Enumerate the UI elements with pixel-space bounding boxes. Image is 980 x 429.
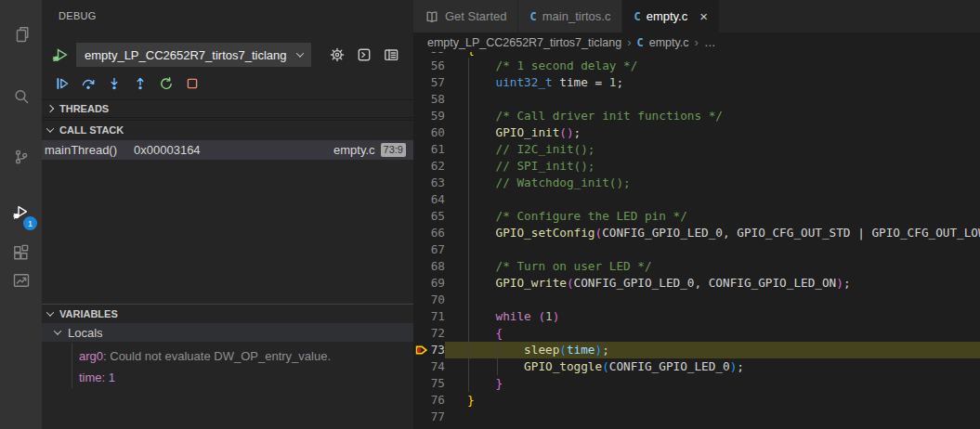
line-number[interactable]: 58 [413,91,445,108]
code-line-60[interactable]: 60 GPIO_init(); [413,124,980,141]
token [467,343,524,357]
activity-item-explorer[interactable] [0,15,42,54]
locals-label: Locals [68,326,103,340]
chevron-down-icon [296,49,304,57]
token: uint32_t [496,75,553,89]
activity-item-search[interactable] [0,77,42,116]
code-line-67[interactable]: 67 [413,241,980,258]
call-stack-section-header[interactable]: CALL STACK [42,120,413,138]
code-line-76[interactable]: 76} [413,392,980,409]
token: ) [836,276,843,290]
line-number[interactable]: 65 [413,208,445,225]
code-line-57[interactable]: 57 uint32_t time = 1; [413,74,980,91]
code-line-75[interactable]: 75 } [413,375,980,392]
code-line-74[interactable]: 74 GPIO_toggle(CONFIG_GPIO_LED_0); [413,358,980,375]
stop-button[interactable] [184,75,201,92]
code-line-62[interactable]: 62 // SPI_init(); [413,158,980,175]
line-number[interactable]: 76 [413,392,445,409]
locals-scope-row[interactable]: Locals [42,323,413,342]
line-number[interactable]: 63 [413,175,445,191]
code-line-59[interactable]: 59 /* Call driver init functions */ [413,108,980,124]
token: { [467,52,475,56]
line-number[interactable]: 59 [413,108,445,124]
code-line-77[interactable]: 77 [413,409,980,425]
breadcrumb-project[interactable]: empty_LP_CC2652R7_tirtos7_ticlang [427,36,621,49]
line-number[interactable]: 72 [413,325,445,342]
code-text: GPIO_write(CONFIG_GPIO_LED_0, CONFIG_GPI… [445,275,980,292]
token: ( [559,343,567,357]
token: while [496,309,531,323]
step-over-button[interactable] [80,75,97,92]
line-number[interactable]: 75 [413,375,445,392]
step-out-button[interactable] [132,75,149,92]
debug-badge: 1 [23,216,37,230]
line-number[interactable]: 67 [413,241,445,258]
activity-item-analysis[interactable] [0,261,42,300]
token: ( [538,309,545,323]
tab-empty-c[interactable]: Cempty.c× [622,0,720,32]
code-line-69[interactable]: 69 GPIO_write(CONFIG_GPIO_LED_0, CONFIG_… [413,275,980,292]
step-into-button[interactable] [106,75,123,92]
close-icon[interactable]: × [699,9,708,23]
code-line-70[interactable]: 70 [413,292,980,308]
panel-layout-icon[interactable] [382,46,400,64]
code-line-64[interactable]: 64 [413,191,980,208]
call-stack-frame-row[interactable]: mainThread() 0x00003164 empty.c 73:9 [42,140,413,160]
line-number[interactable]: 62 [413,158,445,175]
line-number[interactable]: 61 [413,141,445,158]
token: ; [616,75,623,89]
code-line-72[interactable]: 72 { [413,325,980,342]
settings-icon[interactable] [328,46,346,64]
code-text: /* Call driver init functions */ [445,108,980,124]
token: sleep [524,343,559,357]
code-line-61[interactable]: 61 // I2C_init(); [413,141,980,158]
token: ( [567,276,574,290]
code-line-66[interactable]: 66 GPIO_setConfig(CONFIG_GPIO_LED_0, GPI… [413,225,980,241]
line-number[interactable]: 77 [413,409,445,425]
code-line-71[interactable]: 71 while (1) [413,308,980,325]
launch-config-dropdown[interactable]: empty_LP_CC2652R7_tirtos7_ticlang [76,43,311,67]
frame-file: empty.c [333,143,375,157]
breadcrumb-file[interactable]: empty.c [649,36,689,49]
current-line-breakpoint-icon[interactable] [415,344,428,357]
activity-item-debug[interactable]: 1 [0,193,42,232]
code-text [445,409,980,425]
continue-button[interactable] [54,75,71,92]
source-control-icon [12,148,31,166]
line-number[interactable]: 66 [413,225,445,241]
code-line-68[interactable]: 68 /* Turn on user LED */ [413,258,980,275]
code-line-65[interactable]: 65 /* Configure the LED pin */ [413,208,980,225]
c-file-icon: C [637,36,644,49]
code-line-58[interactable]: 58 [413,91,980,108]
line-number[interactable]: 71 [413,308,445,325]
restart-button[interactable] [158,75,175,92]
token [467,226,496,240]
tab-main-tirtos-c[interactable]: Cmain_tirtos.c [518,0,622,32]
book-icon [425,9,439,24]
start-debugging-icon[interactable] [52,46,69,63]
line-number[interactable]: 74 [413,358,445,375]
line-number[interactable]: 69 [413,275,445,292]
line-number[interactable]: 64 [413,191,445,208]
tab-get-started[interactable]: Get Started [413,0,518,32]
variable-row[interactable]: arg0: Could not evaluate DW_OP_entry_val… [42,345,413,366]
token: } [467,393,475,407]
code-line-73[interactable]: 73 sleep(time); [413,342,980,358]
token: CONFIG_GPIO_LED_0 [609,359,730,373]
code-text: // I2C_init(); [445,141,980,158]
code-line-63[interactable]: 63 // Watchdog_init(); [413,175,980,191]
line-number[interactable]: 57 [413,74,445,91]
activity-item-source-control[interactable] [0,137,42,176]
line-number[interactable]: 70 [413,292,445,308]
token: /* Configure the LED pin */ [467,209,687,223]
variables-section-header[interactable]: VARIABLES [42,304,413,322]
code-editor[interactable]: 55{56 /* 1 second delay */57 uint32_t ti… [413,52,980,429]
line-number[interactable]: 60 [413,124,445,141]
line-number[interactable]: 68 [413,258,445,275]
threads-section-header[interactable]: THREADS [42,99,413,118]
breadcrumb-more[interactable]: … [704,36,716,49]
code-line-56[interactable]: 56 /* 1 second delay */ [413,58,980,74]
debug-console-icon[interactable] [355,46,373,64]
variable-row[interactable]: time: 1 [42,367,413,387]
line-number[interactable]: 56 [413,58,445,74]
